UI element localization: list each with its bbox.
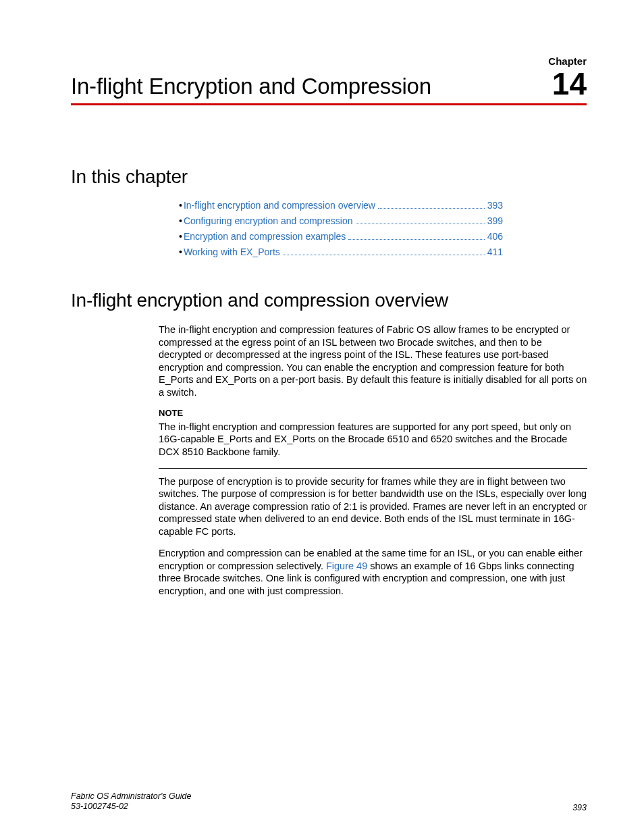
bullet-icon: • (179, 200, 182, 211)
toc-page: 411 (487, 246, 503, 257)
chapter-label: Chapter (548, 55, 587, 67)
paragraph: The purpose of encryption is to provide … (159, 475, 587, 538)
toc-list: • In-flight encryption and compression o… (179, 200, 503, 257)
footer-doc-info: Fabric OS Administrator's Guide 53-10027… (71, 791, 191, 812)
chapter-title: In-flight Encryption and Compression (71, 74, 431, 99)
paragraph: The in-flight encryption and compression… (159, 323, 587, 398)
toc-item[interactable]: • Configuring encryption and compression… (179, 215, 503, 226)
toc-item[interactable]: • Working with EX_Ports 411 (179, 246, 503, 257)
footer-page-number: 393 (572, 803, 587, 812)
figure-reference-link[interactable]: Figure 49 (326, 561, 367, 571)
paragraph: Encryption and compression can be enable… (159, 547, 587, 597)
toc-label: In-flight encryption and compression ove… (184, 200, 375, 211)
bullet-icon: • (179, 246, 182, 257)
chapter-header: In-flight Encryption and Compression Cha… (71, 55, 587, 105)
note-separator (159, 468, 587, 469)
toc-item[interactable]: • Encryption and compression examples 40… (179, 231, 503, 242)
toc-page: 399 (487, 215, 503, 226)
toc-page: 393 (487, 200, 503, 211)
footer-doc-number: 53-1002745-02 (71, 802, 191, 812)
body-content: The in-flight encryption and compression… (159, 323, 587, 597)
toc-leader (348, 239, 484, 240)
footer-guide-title: Fabric OS Administrator's Guide (71, 791, 191, 802)
toc-page: 406 (487, 231, 503, 242)
chapter-number-box: Chapter 14 (548, 55, 587, 99)
toc-label: Configuring encryption and compression (184, 215, 353, 226)
page-footer: Fabric OS Administrator's Guide 53-10027… (71, 791, 587, 812)
toc-leader (378, 208, 485, 209)
note-text: The in-flight encryption and compression… (159, 421, 587, 459)
toc-label: Working with EX_Ports (184, 246, 280, 257)
bullet-icon: • (179, 215, 182, 226)
toc-item[interactable]: • In-flight encryption and compression o… (179, 200, 503, 211)
chapter-number: 14 (548, 68, 587, 99)
toc-leader (356, 224, 485, 224)
section-overview: In-flight encryption and compression ove… (71, 290, 587, 311)
note-label: NOTE (159, 408, 587, 419)
toc-label: Encryption and compression examples (184, 231, 346, 242)
section-in-this-chapter: In this chapter (71, 166, 587, 188)
bullet-icon: • (179, 231, 182, 242)
toc-leader (283, 255, 485, 255)
